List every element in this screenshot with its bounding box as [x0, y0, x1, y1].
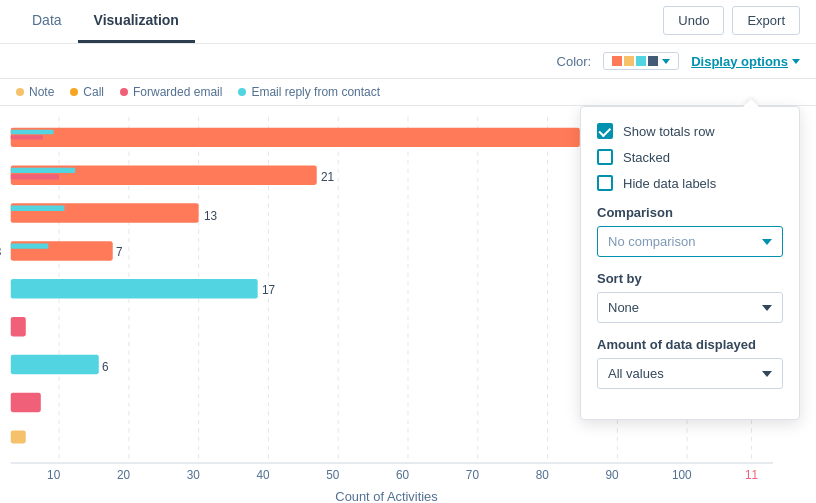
- svg-text:Count of Activities: Count of Activities: [335, 489, 437, 503]
- svg-text:3: 3: [0, 245, 2, 259]
- svg-rect-25: [11, 279, 258, 298]
- svg-text:80: 80: [536, 468, 550, 482]
- stacked-label: Stacked: [623, 150, 670, 165]
- comparison-select[interactable]: No comparison: [597, 226, 783, 257]
- legend-item-note: Note: [16, 85, 54, 99]
- undo-button[interactable]: Undo: [663, 6, 724, 35]
- svg-rect-12: [11, 135, 43, 139]
- svg-text:6: 6: [102, 360, 109, 374]
- legend-label-call: Call: [83, 85, 104, 99]
- bar-row1-coral: [11, 128, 580, 147]
- svg-text:100: 100: [672, 468, 692, 482]
- color-picker-button[interactable]: [603, 52, 679, 70]
- sort-by-section: Sort by None: [597, 271, 783, 323]
- svg-rect-27: [11, 317, 26, 336]
- legend-item-email-reply: Email reply from contact: [238, 85, 380, 99]
- color-label: Color:: [557, 54, 592, 69]
- comparison-section: Comparison No comparison: [597, 205, 783, 257]
- svg-rect-11: [11, 130, 54, 134]
- display-options-label: Display options: [691, 54, 788, 69]
- svg-text:90: 90: [605, 468, 619, 482]
- hide-data-labels-label: Hide data labels: [623, 176, 716, 191]
- hide-data-labels-checkbox-row[interactable]: Hide data labels: [597, 175, 783, 191]
- header-actions: Undo Export: [663, 6, 800, 43]
- svg-text:50: 50: [326, 468, 340, 482]
- tab-visualization[interactable]: Visualization: [78, 0, 195, 43]
- display-options-panel: Show totals row Stacked Hide data labels…: [580, 106, 800, 420]
- svg-text:40: 40: [256, 468, 270, 482]
- display-options-button[interactable]: Display options: [691, 54, 800, 69]
- svg-text:13: 13: [204, 209, 218, 223]
- svg-text:60: 60: [396, 468, 410, 482]
- svg-text:21: 21: [321, 170, 335, 184]
- legend-item-call: Call: [70, 85, 104, 99]
- svg-rect-33: [11, 431, 26, 444]
- legend: Note Call Forwarded email Email reply fr…: [0, 79, 816, 106]
- svg-rect-22: [11, 243, 49, 248]
- show-totals-label: Show totals row: [623, 124, 715, 139]
- svg-text:7: 7: [116, 245, 123, 259]
- legend-item-forwarded: Forwarded email: [120, 85, 222, 99]
- legend-dot-call: [70, 88, 78, 96]
- color-picker-chevron-icon: [662, 59, 670, 64]
- main-content: 39 21 13 7 3 1: [0, 106, 816, 503]
- sort-by-select[interactable]: None: [597, 292, 783, 323]
- legend-label-note: Note: [29, 85, 54, 99]
- svg-text:11: 11: [745, 468, 759, 482]
- amount-section: Amount of data displayed All values: [597, 337, 783, 389]
- toolbar: Color: Display options: [0, 44, 816, 79]
- chart-area: Note Call Forwarded email Email reply fr…: [0, 79, 816, 496]
- stacked-checkbox-box[interactable]: [597, 149, 613, 165]
- svg-rect-15: [11, 168, 75, 173]
- tab-data[interactable]: Data: [16, 0, 78, 43]
- checkboxes-section: Show totals row Stacked Hide data labels: [597, 123, 783, 191]
- legend-label-forwarded: Forwarded email: [133, 85, 222, 99]
- show-totals-row-checkbox[interactable]: Show totals row: [597, 123, 783, 139]
- comparison-label: Comparison: [597, 205, 783, 220]
- svg-text:10: 10: [47, 468, 61, 482]
- panel-pointer: [743, 99, 759, 107]
- amount-select[interactable]: All values: [597, 358, 783, 389]
- hide-data-labels-checkbox-box[interactable]: [597, 175, 613, 191]
- svg-text:20: 20: [117, 468, 131, 482]
- legend-label-email-reply: Email reply from contact: [251, 85, 380, 99]
- header: Data Visualization Undo Export: [0, 0, 816, 44]
- color-swatches: [612, 56, 658, 66]
- svg-rect-29: [11, 355, 99, 374]
- export-button[interactable]: Export: [732, 6, 800, 35]
- svg-rect-19: [11, 206, 65, 211]
- color-swatch-4: [648, 56, 658, 66]
- svg-rect-31: [11, 393, 41, 412]
- display-options-chevron-icon: [792, 59, 800, 64]
- legend-dot-forwarded: [120, 88, 128, 96]
- tab-bar: Data Visualization: [16, 0, 195, 43]
- sort-by-label: Sort by: [597, 271, 783, 286]
- color-swatch-1: [612, 56, 622, 66]
- stacked-checkbox-row[interactable]: Stacked: [597, 149, 783, 165]
- svg-text:17: 17: [262, 283, 275, 297]
- color-swatch-3: [636, 56, 646, 66]
- color-swatch-2: [624, 56, 634, 66]
- svg-text:70: 70: [466, 468, 480, 482]
- legend-dot-email-reply: [238, 88, 246, 96]
- svg-text:30: 30: [187, 468, 201, 482]
- legend-dot-note: [16, 88, 24, 96]
- svg-rect-16: [11, 174, 59, 179]
- show-totals-checkbox-box[interactable]: [597, 123, 613, 139]
- amount-label: Amount of data displayed: [597, 337, 783, 352]
